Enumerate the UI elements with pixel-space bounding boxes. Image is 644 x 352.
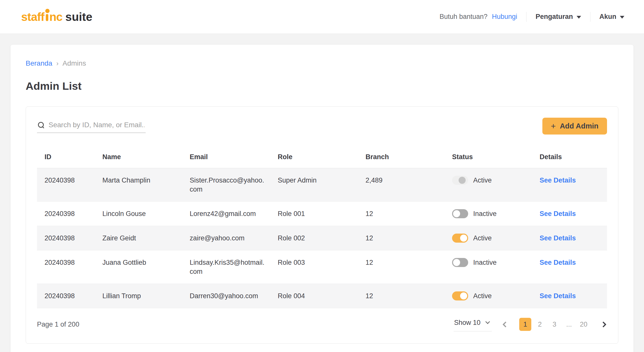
- page-button-3[interactable]: 3: [548, 318, 560, 331]
- breadcrumb-current: Admins: [63, 59, 86, 67]
- cell-role: Super Admin: [270, 168, 358, 202]
- cell-name: Lillian Tromp: [95, 284, 182, 308]
- admins-table: ID Name Email Role Branch Status Details…: [37, 146, 607, 308]
- cell-status: Active: [445, 284, 532, 308]
- cell-details: See Details: [532, 168, 607, 202]
- cell-status: Active: [445, 226, 532, 250]
- search-icon: [38, 122, 44, 128]
- brand-logo-suite: suite: [65, 10, 92, 24]
- cell-email: Lindsay.Kris35@hotmail.com: [182, 250, 270, 284]
- cell-email: zaire@yahoo.com: [182, 226, 270, 250]
- breadcrumb: Beranda › Admins: [26, 59, 618, 67]
- toggle-knob: [453, 259, 460, 266]
- see-details-link[interactable]: See Details: [540, 210, 576, 217]
- see-details-link[interactable]: See Details: [540, 234, 576, 242]
- page-size-select[interactable]: Show 10: [454, 317, 492, 331]
- table-row: 20240398 Marta Champlin Sister.Prosacco@…: [37, 168, 607, 202]
- add-admin-label: Add Admin: [560, 122, 598, 130]
- main-panel: Beranda › Admins Admin List + Add Admin: [11, 45, 633, 352]
- table-row: 20240398 Lillian Tromp Darren30@yahoo.co…: [37, 284, 607, 308]
- column-header-branch: Branch: [358, 146, 445, 168]
- status-label: Inactive: [473, 209, 497, 218]
- table-header-row: ID Name Email Role Branch Status Details: [37, 146, 607, 168]
- see-details-link[interactable]: See Details: [540, 292, 576, 300]
- search-field: [37, 119, 146, 133]
- status-toggle[interactable]: [452, 176, 468, 185]
- next-page-button[interactable]: [600, 321, 606, 327]
- column-header-status: Status: [445, 146, 532, 168]
- cell-role: Role 003: [270, 250, 358, 284]
- chevron-down-icon: [620, 16, 624, 19]
- status-label: Inactive: [473, 258, 497, 267]
- settings-menu[interactable]: Pengaturan: [536, 13, 581, 21]
- pagination-bar: Page 1 of 200 Show 10 1 2 3 ... 20: [37, 308, 607, 343]
- cell-role: Role 002: [270, 226, 358, 250]
- cell-id: 20240398: [37, 168, 95, 202]
- status-toggle[interactable]: [452, 258, 468, 267]
- cell-id: 20240398: [37, 226, 95, 250]
- page-button-1[interactable]: 1: [519, 318, 531, 331]
- help-text-group: Butuh bantuan? Hubungi: [439, 13, 517, 21]
- see-details-link[interactable]: See Details: [540, 259, 576, 266]
- page-size-label: Show 10: [454, 319, 480, 327]
- cell-id: 20240398: [37, 202, 95, 226]
- cell-email: Darren30@yahoo.com: [182, 284, 270, 308]
- cell-details: See Details: [532, 284, 607, 308]
- toggle-knob: [453, 210, 460, 217]
- toggle-knob: [460, 292, 467, 299]
- status-toggle[interactable]: [452, 234, 468, 243]
- cell-id: 20240398: [37, 250, 95, 284]
- search-input[interactable]: [49, 121, 145, 129]
- plus-icon: +: [551, 122, 556, 130]
- table-row: 20240398 Lincoln Gouse Lorenz42@gmail.co…: [37, 202, 607, 226]
- status-toggle[interactable]: [452, 209, 468, 218]
- chevron-down-icon: [577, 16, 581, 19]
- help-text: Butuh bantuan?: [439, 13, 488, 20]
- cell-branch: 12: [358, 202, 445, 226]
- breadcrumb-home-link[interactable]: Beranda: [26, 59, 52, 67]
- navbar-divider: [590, 12, 590, 22]
- brand-logo-nc: nc: [49, 10, 62, 24]
- cell-branch: 12: [358, 284, 445, 308]
- page-ellipsis: ...: [563, 318, 575, 331]
- table-row: 20240398 Zaire Geidt zaire@yahoo.com Rol…: [37, 226, 607, 250]
- cell-details: See Details: [532, 250, 607, 284]
- column-header-details: Details: [532, 146, 607, 168]
- toggle-knob: [459, 177, 466, 184]
- cell-branch: 12: [358, 250, 445, 284]
- cell-email: Sister.Prosacco@yahoo.com: [182, 168, 270, 202]
- cell-status: Active: [445, 168, 532, 202]
- account-menu[interactable]: Akun: [599, 13, 625, 21]
- toggle-knob: [460, 235, 467, 242]
- cell-status: Inactive: [445, 250, 532, 284]
- top-navbar: staffnc suite Butuh bantuan? Hubungi Pen…: [0, 0, 644, 34]
- contact-link[interactable]: Hubungi: [492, 13, 517, 20]
- chevron-down-icon: [485, 319, 490, 324]
- page-summary: Page 1 of 200: [37, 321, 79, 328]
- see-details-link[interactable]: See Details: [540, 177, 576, 184]
- brand-logo[interactable]: staffnc suite: [21, 10, 92, 24]
- admin-list-card: + Add Admin ID Name Email Role Branch St…: [26, 106, 618, 344]
- page-number-list: 1 2 3 ... 20: [519, 318, 590, 331]
- pagination-controls: Show 10 1 2 3 ... 20: [454, 317, 607, 331]
- status-label: Active: [473, 291, 492, 300]
- table-row: 20240398 Juana Gottlieb Lindsay.Kris35@h…: [37, 250, 607, 284]
- page-button-2[interactable]: 2: [534, 318, 546, 331]
- navbar-right: Butuh bantuan? Hubungi Pengaturan Akun: [439, 12, 624, 22]
- cell-branch: 2,489: [358, 168, 445, 202]
- cell-name: Lincoln Gouse: [95, 202, 182, 226]
- cell-role: Role 001: [270, 202, 358, 226]
- status-toggle[interactable]: [452, 291, 468, 300]
- cell-status: Inactive: [445, 202, 532, 226]
- cell-name: Marta Champlin: [95, 168, 182, 202]
- cell-name: Zaire Geidt: [95, 226, 182, 250]
- column-header-role: Role: [270, 146, 358, 168]
- cell-details: See Details: [532, 202, 607, 226]
- account-menu-label: Akun: [599, 13, 617, 21]
- add-admin-button[interactable]: + Add Admin: [542, 118, 607, 135]
- page-button-20[interactable]: 20: [578, 318, 590, 331]
- previous-page-button[interactable]: [502, 321, 508, 327]
- status-label: Active: [473, 176, 492, 185]
- cell-email: Lorenz42@gmail.com: [182, 202, 270, 226]
- status-label: Active: [473, 234, 492, 243]
